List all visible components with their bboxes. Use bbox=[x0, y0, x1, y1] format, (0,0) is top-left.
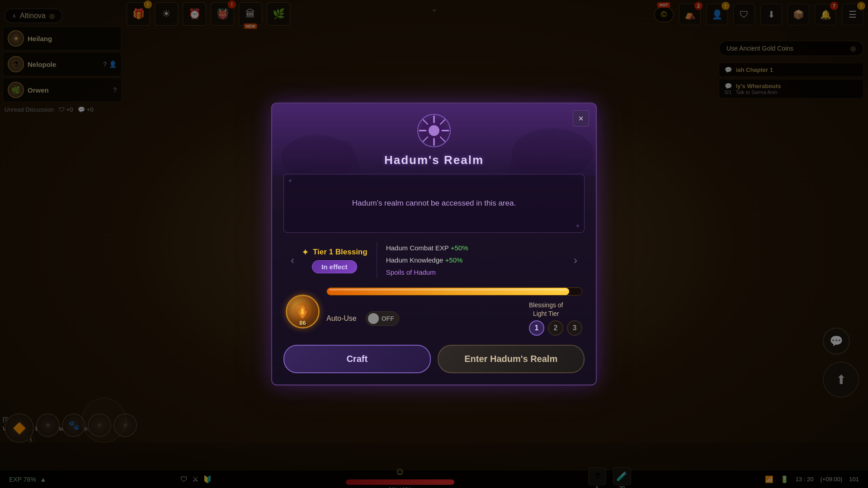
blessing-left: ✦ Tier 1 Blessing In effect bbox=[302, 247, 368, 273]
hadum-modal: × Hadum's Realm Hadum's realm cannot be … bbox=[271, 103, 597, 385]
toggle-btn[interactable]: OFF bbox=[366, 311, 399, 326]
spoils-label: Spoils of Hadum bbox=[386, 268, 436, 276]
item-section: 86 Auto-Use OFF Blessing bbox=[283, 287, 585, 335]
info-text: Hadum's realm cannot be accessed in this… bbox=[352, 199, 516, 208]
blessing-stats: Hadum Combat EXP +50% Hadum Knowledge +5… bbox=[377, 242, 566, 278]
combat-exp-label: Hadum Combat EXP bbox=[386, 244, 451, 252]
close-icon: × bbox=[578, 113, 584, 124]
progress-controls: Auto-Use OFF Blessings ofLight Tier 1 2 bbox=[326, 301, 582, 335]
item-progress-area: Auto-Use OFF Blessings ofLight Tier 1 2 bbox=[326, 287, 582, 335]
tier-3-btn[interactable]: 3 bbox=[567, 320, 582, 336]
left-arrow-icon: ‹ bbox=[291, 254, 294, 267]
tier-numbers: 1 2 3 bbox=[529, 320, 582, 336]
enter-realm-button[interactable]: Enter Hadum's Realm bbox=[438, 345, 585, 373]
progress-fill bbox=[327, 288, 569, 295]
item-level: 86 bbox=[299, 319, 306, 326]
toggle-circle bbox=[368, 313, 379, 324]
blessing-prev-btn[interactable]: ‹ bbox=[283, 249, 302, 272]
tier-2-btn[interactable]: 2 bbox=[548, 320, 563, 336]
stat-spoils: Spoils of Hadum bbox=[386, 266, 566, 278]
knowledge-value: +50% bbox=[445, 256, 463, 264]
modal-title: Hadum's Realm bbox=[272, 153, 596, 167]
knowledge-label: Hadum Knowledge bbox=[386, 256, 445, 264]
auto-use-label: Auto-Use bbox=[326, 314, 357, 323]
blessings-tier: Blessings ofLight Tier 1 2 3 bbox=[529, 301, 582, 335]
combat-exp-value: +50% bbox=[451, 244, 468, 252]
toggle-state: OFF bbox=[382, 315, 394, 322]
tier-title: Blessings ofLight Tier bbox=[529, 301, 563, 317]
in-effect-badge: In effect bbox=[312, 260, 357, 273]
stat-knowledge: Hadum Knowledge +50% bbox=[386, 254, 566, 266]
stat-combat-exp: Hadum Combat EXP +50% bbox=[386, 242, 566, 254]
close-button[interactable]: × bbox=[573, 110, 589, 127]
modal-buttons: Craft Enter Hadum's Realm bbox=[283, 345, 585, 373]
item-icon: 86 bbox=[286, 295, 320, 328]
modal-title-area: Hadum's Realm bbox=[272, 103, 596, 174]
tier-label: Tier 1 Blessing bbox=[313, 248, 368, 257]
right-arrow-icon: › bbox=[574, 254, 577, 267]
progress-bar bbox=[326, 287, 582, 296]
modal-overlay: × Hadum's Realm Hadum's realm cannot be … bbox=[0, 0, 868, 488]
tier-1-btn[interactable]: 1 bbox=[529, 320, 544, 336]
blessing-next-btn[interactable]: › bbox=[566, 249, 585, 272]
blessing-name-area: ✦ Tier 1 Blessing bbox=[302, 247, 368, 258]
blessing-sun-icon: ✦ bbox=[302, 247, 309, 258]
modal-body: Hadum's realm cannot be accessed in this… bbox=[272, 174, 596, 384]
craft-button[interactable]: Craft bbox=[283, 345, 431, 373]
blessing-center: ✦ Tier 1 Blessing In effect Hadum Combat… bbox=[302, 242, 566, 278]
info-box: Hadum's realm cannot be accessed in this… bbox=[283, 174, 585, 233]
blessing-section: ‹ ✦ Tier 1 Blessing In effect Hadum Comb… bbox=[283, 242, 585, 278]
